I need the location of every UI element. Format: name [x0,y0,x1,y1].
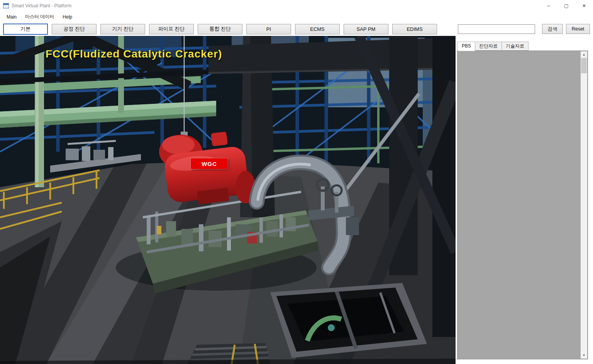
menu-help[interactable]: Help [58,13,76,21]
close-button[interactable]: ✕ [575,0,593,12]
window-title: Smart Virtual Plant - Platform [12,3,71,8]
reset-button[interactable]: Reset [566,24,590,34]
scrollbar-thumb[interactable] [581,58,587,73]
app-icon [3,3,9,8]
nav-button-sap-pm[interactable]: SAP PM [344,24,388,34]
scene-title-overlay: FCC(Fludized Catalytic Cracker) [46,48,222,60]
side-panel: PBS 진단자료 기술자료 ▲ ▼ [456,36,593,364]
search-input[interactable] [458,24,535,34]
panel-scrollbar[interactable]: ▲ ▼ [581,51,587,359]
tab-diagnosis-data[interactable]: 진단자료 [475,42,502,51]
pbs-panel-content: ▲ ▼ [457,51,588,359]
scrollbar-track[interactable] [581,58,587,352]
search-group: 검색 Reset [458,24,590,34]
nav-button-ecms[interactable]: ECMS [295,24,340,34]
menu-bar: Main 마스터 데이터 Help [0,12,593,22]
nav-button-pipe-diagnosis[interactable]: 파이프 진단 [149,24,194,34]
side-panel-tabs: PBS 진단자료 기술자료 [457,42,528,51]
minimize-button[interactable]: – [540,0,557,12]
nav-button-pi[interactable]: PI [246,24,291,34]
nav-button-basic[interactable]: 기본 [3,24,48,35]
app-window: Smart Virtual Plant - Platform – ▢ ✕ Mai… [0,0,593,364]
menu-main[interactable]: Main [2,13,21,21]
window-controls: – ▢ ✕ [540,0,593,12]
maximize-button[interactable]: ▢ [557,0,575,12]
search-button[interactable]: 검색 [542,24,563,34]
toolbar: 기본 공정 진단 기기 진단 파이프 진단 통합 진단 PI ECMS SAP … [0,22,593,36]
scroll-up-icon[interactable]: ▲ [581,51,587,58]
nav-button-integrated-diagnosis[interactable]: 통합 진단 [198,24,242,34]
nav-button-edims[interactable]: EDIMS [392,24,437,34]
title-bar: Smart Virtual Plant - Platform – ▢ ✕ [0,0,593,12]
nav-button-equipment-diagnosis[interactable]: 기기 진단 [100,24,145,34]
scroll-down-icon[interactable]: ▼ [581,352,587,359]
plant-viewport[interactable]: FCC(Fludized Catalytic Cracker) WGC [0,36,456,364]
nav-button-process-diagnosis[interactable]: 공정 진단 [52,24,97,34]
equipment-tag-wgc[interactable]: WGC [191,158,228,169]
menu-master-data[interactable]: 마스터 데이터 [21,12,58,22]
tab-technical-data[interactable]: 기술자료 [502,42,529,51]
plant-3d-scene [0,36,456,364]
main-area: FCC(Fludized Catalytic Cracker) WGC PBS … [0,36,593,364]
tab-pbs[interactable]: PBS [457,42,475,51]
